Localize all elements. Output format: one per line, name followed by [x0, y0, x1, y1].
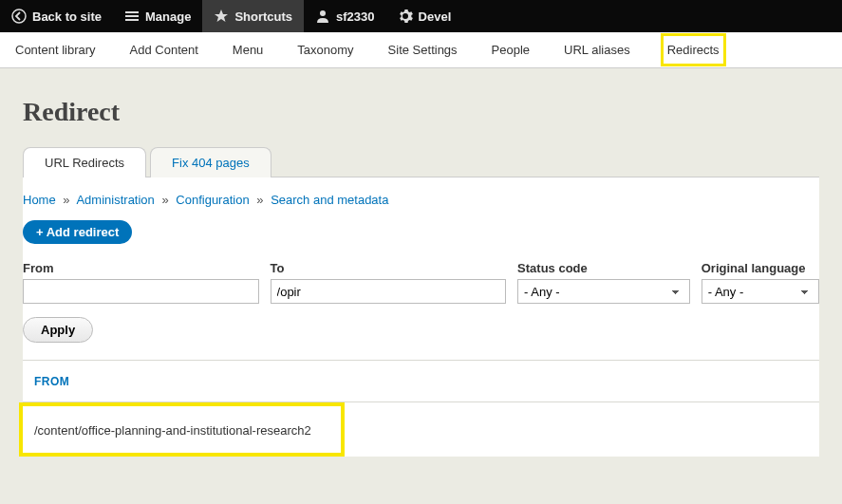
primary-tabs: URL Redirects Fix 404 pages [23, 146, 819, 177]
tab-url-redirects[interactable]: URL Redirects [23, 147, 146, 177]
toolbar-content-library[interactable]: Content library [11, 33, 100, 66]
user-icon [315, 9, 330, 24]
toolbar-menu[interactable]: Menu [229, 33, 268, 66]
breadcrumb: Home » Administration » Configuration » … [23, 193, 819, 220]
manage-link[interactable]: Manage [113, 0, 202, 32]
table-row[interactable]: /content/office-planning-and-institution… [19, 402, 345, 457]
user-label: sf2330 [336, 9, 374, 24]
shortcuts-label: Shortcuts [234, 9, 292, 24]
svg-point-0 [12, 9, 26, 23]
breadcrumb-sep: » [59, 193, 73, 207]
toolbar-taxonomy[interactable]: Taxonomy [293, 33, 357, 66]
toolbar-site-settings[interactable]: Site Settings [384, 33, 461, 66]
filter-lang: Original language - Any - [702, 261, 819, 304]
filter-from-label: From [23, 261, 259, 275]
admin-topbar: Back to site Manage Shortcuts sf2330 Dev… [0, 0, 842, 32]
tab-fix-404[interactable]: Fix 404 pages [150, 147, 271, 177]
breadcrumb-sep: » [158, 193, 172, 207]
row-from-value: /content/office-planning-and-institution… [34, 423, 311, 438]
toolbar-add-content[interactable]: Add Content [126, 33, 202, 66]
filter-to-label: To [271, 261, 507, 275]
svg-rect-1 [125, 11, 139, 13]
breadcrumb-config[interactable]: Configuration [176, 193, 249, 207]
svg-rect-3 [125, 19, 139, 21]
devel-link[interactable]: Devel [386, 0, 463, 32]
breadcrumb-sep: » [253, 193, 267, 207]
user-link[interactable]: sf2330 [304, 0, 385, 32]
filter-status: Status code - Any - [517, 261, 690, 304]
filter-row: From To Status code - Any - Original lan… [23, 261, 819, 304]
back-arrow-icon [11, 9, 27, 24]
devel-label: Devel [419, 9, 452, 24]
apply-button[interactable]: Apply [23, 317, 93, 343]
filter-from-input[interactable] [23, 279, 259, 304]
star-icon [214, 9, 229, 24]
breadcrumb-admin[interactable]: Administration [76, 193, 154, 207]
back-to-site-label: Back to site [32, 9, 102, 24]
toolbar-people[interactable]: People [488, 33, 533, 66]
filter-to: To [271, 261, 507, 304]
filter-from: From [23, 261, 259, 304]
page-title: Redirect [0, 85, 842, 146]
svg-rect-2 [125, 15, 139, 17]
table-header: FROM [23, 360, 819, 402]
filter-lang-select[interactable]: - Any - [702, 279, 819, 304]
filter-lang-label: Original language [702, 261, 819, 275]
svg-point-4 [320, 10, 326, 16]
shortcuts-link[interactable]: Shortcuts [202, 0, 304, 32]
breadcrumb-home[interactable]: Home [23, 193, 56, 207]
add-redirect-button[interactable]: + Add redirect [23, 220, 132, 244]
hamburger-icon [124, 9, 140, 24]
admin-toolbar: Content library Add Content Menu Taxonom… [0, 32, 842, 68]
manage-label: Manage [145, 9, 191, 24]
content-region: Home » Administration » Configuration » … [23, 177, 819, 457]
filter-status-label: Status code [517, 261, 690, 275]
filter-to-input[interactable] [271, 279, 507, 304]
toolbar-url-aliases[interactable]: URL aliases [560, 33, 634, 66]
page-body: Redirect URL Redirects Fix 404 pages Hom… [0, 68, 842, 504]
breadcrumb-search[interactable]: Search and metadata [271, 193, 388, 207]
gear-icon [398, 9, 413, 24]
filter-status-select[interactable]: - Any - [517, 279, 690, 304]
table-header-from[interactable]: FROM [34, 375, 69, 388]
back-to-site-link[interactable]: Back to site [0, 0, 113, 32]
toolbar-redirects[interactable]: Redirects [661, 33, 726, 66]
